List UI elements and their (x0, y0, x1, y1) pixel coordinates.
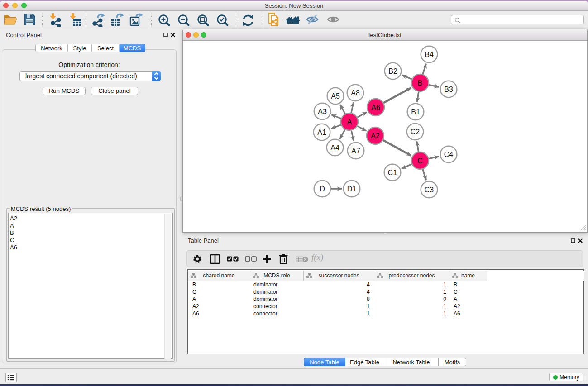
svg-text:A2: A2 (371, 132, 380, 140)
svg-text:B2: B2 (388, 67, 397, 75)
svg-text:C4: C4 (444, 151, 454, 158)
svg-text:A6: A6 (371, 104, 380, 111)
svg-text:A: A (347, 118, 352, 126)
svg-text:D1: D1 (347, 185, 357, 193)
svg-text:A1: A1 (317, 129, 326, 136)
svg-text:D: D (320, 185, 325, 193)
svg-text:C: C (417, 157, 423, 165)
svg-text:B: B (418, 79, 423, 87)
svg-text:A7: A7 (351, 147, 360, 155)
svg-text:C1: C1 (388, 169, 397, 176)
svg-text:C3: C3 (425, 186, 434, 194)
svg-text:A8: A8 (351, 89, 360, 97)
svg-text:A4: A4 (330, 144, 339, 152)
svg-text:A3: A3 (318, 108, 327, 115)
svg-text:C2: C2 (411, 128, 420, 136)
svg-text:B4: B4 (425, 51, 434, 58)
svg-text:A5: A5 (331, 92, 340, 100)
svg-text:B1: B1 (411, 108, 420, 116)
svg-text:B3: B3 (444, 86, 453, 93)
